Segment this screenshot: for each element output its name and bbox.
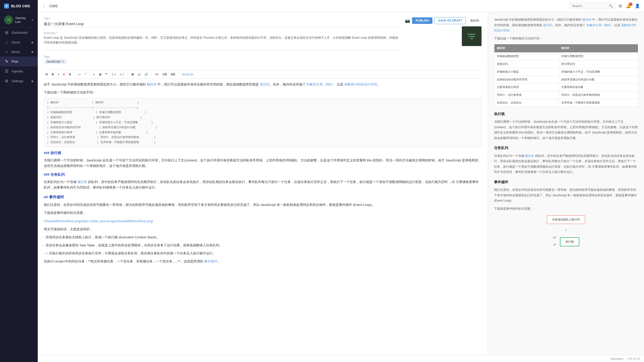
preview-link-stack[interactable]: 栈内存 (582, 18, 591, 21)
home-expand-arrow[interactable]: ▶ (32, 41, 34, 44)
table-row: 按值访问 按引用访问 (494, 60, 638, 68)
diagram-label-js: JS (553, 235, 556, 240)
link-event-loop-ref[interactable]: 事件循环 (204, 259, 217, 263)
preview-comparison-table: 栈内存 堆内存 存储基础数据类型 存储引用数据类型 按值访问 按引用访问 (494, 44, 638, 107)
preview-link-microtask[interactable]: 微任务 (525, 154, 534, 158)
sidebar-item-home[interactable]: ⌂ Home ▶ (0, 37, 38, 47)
action-and-thumbnail: 📷 PUBLISH SAVE AS DRAFT BACK EVENT LOOP … (405, 17, 482, 46)
user-menu-arrow[interactable]: ▼ (31, 19, 34, 21)
agenda-icon: ☰ (4, 69, 9, 74)
toolbar-outdent[interactable]: ≡⋮ (118, 72, 126, 77)
link-obj-ref[interactable]: 对象的引用（指针） (306, 82, 336, 86)
link-value-access[interactable]: 值访问 (260, 82, 270, 86)
table-cell: 空间小、运行效率高 (494, 91, 559, 99)
event-loop-diagram: 任务或消息队入执行列 ↓ JS ↗ 执行栈 (494, 215, 638, 248)
toolbar-separator-2 (90, 72, 90, 76)
image-url[interactable]: !16a3e8964d1e54ce.png(https://static.yan… (44, 219, 153, 223)
tag-javascript: JavaScript ✕ (44, 59, 67, 64)
link-microtask[interactable]: 微任务 (77, 180, 87, 184)
main-panel: ⋮ CMS 🔍 ⊞ 🔔 1 👤 Title * (38, 0, 644, 362)
summary-input[interactable]: Event Loop 是 JavaScript 异步编程的核心思想，也是前端进阶… (44, 35, 401, 50)
dashboard-icon: ⊞ (4, 30, 9, 35)
scroll-on-toggle[interactable]: Scroll on (180, 72, 195, 77)
content-task-queue: 任务队列分为一个存储 微任务 的队列，其中的任务严格按照时间先后顺序执行，排在队… (44, 179, 482, 190)
heading-task-queue: ### 任务队列 (44, 172, 482, 178)
publish-button[interactable]: PUBLISH (412, 17, 432, 24)
search-input[interactable] (572, 4, 607, 8)
music-expand-arrow[interactable]: ▶ (32, 51, 34, 53)
sidebar-item-post[interactable]: ✎ Post (0, 57, 38, 66)
toolbar-italic[interactable]: I (56, 72, 60, 77)
sidebar-item-label: Dashboard (12, 31, 28, 34)
tags-label: Tags (44, 55, 401, 58)
preview-event-loop-1: 我们注意到，在异步代码完成后仍有可能要在一旁等候，因为此时程序可能在做其他的事情… (494, 187, 638, 204)
sidebar-user[interactable]: 🌿 Yancey Leo ▼ (0, 12, 38, 28)
preview-content: JavaScript 中的基础数据类型都有固定的大小，因此它们被存储到 栈内存 … (494, 17, 638, 249)
toolbar-ol[interactable]: ≣ (97, 72, 103, 77)
toolbar-ul[interactable]: ≡ (91, 72, 97, 77)
music-icon: ♪ (4, 50, 9, 54)
toolbar-color[interactable]: A (61, 72, 67, 77)
toolbar-indent[interactable]: ⋮≡ (109, 72, 117, 77)
user-icon[interactable]: 👤 (635, 4, 640, 8)
preview-link-fn[interactable]: 函数执行时的运行空间 (494, 23, 636, 32)
preview-link-ref[interactable]: 对象的引用（指针） (586, 23, 614, 27)
toolbar-code-block-eb[interactable]: EB (169, 72, 177, 77)
title-input[interactable] (44, 21, 401, 27)
toolbar-table[interactable]: ⊞ (130, 72, 136, 77)
diagram-row-main: JS ↗ 执行栈 (553, 235, 579, 249)
preview-link-value[interactable]: 值访问 (543, 23, 552, 27)
table-cell: 主要用来执行程序 (494, 83, 559, 91)
toolbar-image[interactable]: ◻ (136, 72, 142, 77)
save-draft-button[interactable]: SAVE AS DRAFT (434, 17, 466, 24)
content-conclusion: 先执行<script>中的同步任务，**然后所有微任务，一个宏任务，所有微任务，… (44, 259, 482, 264)
settings-icon: ⚙ (4, 79, 9, 83)
toolbar-bold[interactable]: B (50, 72, 56, 77)
back-button[interactable]: BACK (468, 17, 482, 24)
content-text-desc: 用文字描述的话，大致是这样的： (44, 227, 482, 232)
table-cell: 由系统自动分配内存空间 (494, 76, 559, 83)
summary-label: Summary * (44, 31, 401, 34)
tag-remove-button[interactable]: ✕ (61, 60, 64, 64)
toolbar-code-inline[interactable]: <> (153, 72, 160, 77)
toolbar-hr[interactable]: — (76, 72, 83, 77)
toolbar-separator-4 (151, 72, 152, 76)
status-bar: Markdown UTF-8 YO (38, 355, 644, 362)
toolbar-blockquote[interactable]: ❝ (104, 72, 109, 77)
sidebar-item-music[interactable]: ♪ Music ▶ (0, 47, 38, 57)
search-icon[interactable]: 🔍 (609, 4, 613, 8)
camera-icon[interactable]: 📷 (405, 18, 410, 23)
search-box[interactable]: 🔍 (569, 3, 616, 9)
toolbar-quote[interactable]: " (83, 72, 88, 77)
sidebar-item-agenda[interactable]: ☰ Agenda (0, 66, 38, 76)
preview-heading-exec-stack: 执行栈 (494, 111, 638, 117)
notification-icon[interactable]: 🔔 1 (626, 4, 631, 8)
table-row: 存储的值大小固定 存储的值大小不定，可动态调整 (494, 68, 638, 76)
post-icon: ✎ (4, 59, 9, 64)
header-menu-dots[interactable]: ⋮ (42, 3, 46, 9)
top-action-buttons: 📷 PUBLISH SAVE AS DRAFT BACK (405, 17, 482, 24)
sidebar-item-settings[interactable]: ⚙ Settings ▶ (0, 76, 38, 86)
grid-icon[interactable]: ⊞ (619, 4, 622, 8)
preview-compare-intro: 下面比较一下两种储存方式的不同： (494, 36, 638, 41)
toolbar-link[interactable]: 🔗 (143, 72, 150, 77)
link-stack[interactable]: 栈内存 (147, 82, 157, 86)
home-icon: ⌂ (4, 40, 9, 44)
editor-toolbar: H B I A S — " ≡ ≣ ❝ ⋮≡ ≡⋮ ⊞ ◻ 🔗 <> (44, 70, 482, 79)
table-cell: 空间大，但是运行效率相对较低 (558, 91, 638, 99)
diagram-arrow-left: ↗ (553, 241, 556, 249)
mode-label: Markdown (611, 357, 623, 360)
settings-expand-arrow[interactable]: ▶ (32, 80, 34, 82)
table-header-heap: 堆内存 (558, 44, 638, 52)
link-fn-space[interactable]: 函数执行时的运行空间 (344, 82, 377, 86)
preview-panel: JavaScript 中的基础数据类型都有固定的大小，因此它们被存储到 栈内存 … (488, 12, 644, 355)
sidebar-item-dashboard[interactable]: ⊞ Dashboard (0, 28, 38, 37)
toolbar-code-block-cb[interactable]: CB (161, 72, 169, 77)
toolbar-heading[interactable]: H (44, 72, 50, 77)
preview-diagram-intro: 下面就是事件循环的示意图。 (494, 206, 638, 212)
avatar: 🌿 (4, 15, 13, 24)
table-cell: 存储的值大小不定，可动态调整 (558, 68, 638, 76)
table-row: 存储基础数据类型 存储引用数据类型 (494, 53, 638, 60)
table-header-stack: 栈内存 (494, 44, 559, 52)
toolbar-strikethrough[interactable]: S (67, 72, 73, 77)
